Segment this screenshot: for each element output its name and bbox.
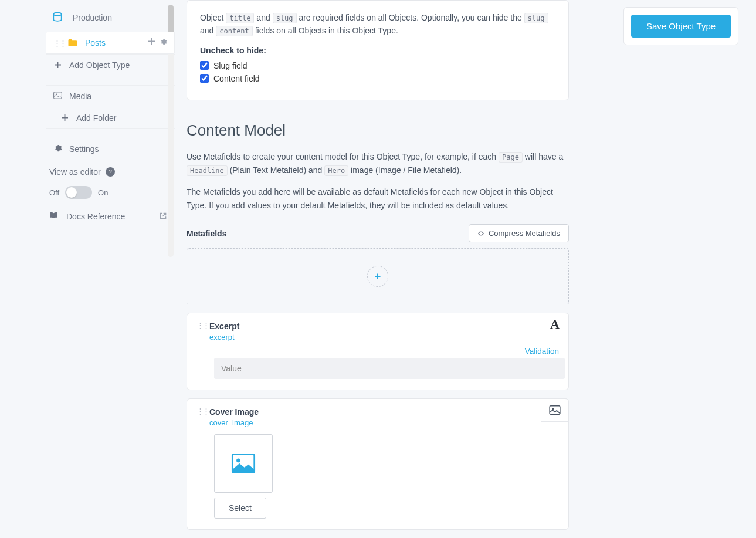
add-icon[interactable]	[148, 38, 155, 48]
metafield-slug: excerpt	[209, 333, 239, 341]
svg-rect-3	[550, 406, 560, 414]
sidebar-item-label: Posts	[85, 38, 106, 48]
code-slug-2: slug	[524, 13, 548, 23]
bucket-selector[interactable]: Production	[46, 6, 175, 32]
default-fields-card: Object title and slug are required field…	[187, 0, 569, 100]
sidebar-item-label: Add Folder	[76, 113, 116, 123]
save-card: Save Object Type	[623, 7, 738, 45]
code-title: title	[226, 13, 254, 23]
svg-point-6	[236, 459, 240, 463]
metafield-title: Excerpt	[209, 322, 239, 331]
slug-field-label: Slug field	[213, 61, 248, 70]
metafield-type-text-badge[interactable]: A	[541, 313, 569, 336]
add-metafield-button[interactable]: +	[367, 266, 388, 287]
content-field-checkbox[interactable]	[200, 74, 209, 83]
svg-point-4	[552, 408, 554, 410]
sidebar-item-settings[interactable]: Settings	[46, 138, 175, 160]
code-slug: slug	[273, 13, 297, 23]
plus-icon: +	[375, 270, 381, 283]
content-model-desc-1: Use Metafields to create your content mo…	[187, 150, 569, 177]
sidebar-item-label: Settings	[69, 144, 99, 154]
save-object-type-button[interactable]: Save Object Type	[631, 15, 731, 38]
view-as-editor-label: View as editor ?	[46, 160, 175, 180]
folder-icon	[67, 38, 78, 48]
drag-handle-icon[interactable]	[53, 41, 60, 45]
right-sidebar: Save Object Type	[623, 0, 756, 538]
code-hero: Hero	[324, 165, 348, 176]
content-model-desc-2: The Metafields you add here will be avai…	[187, 185, 569, 212]
sidebar-item-media[interactable]: Media	[46, 85, 175, 107]
external-link-icon	[160, 212, 167, 221]
sidebar-item-posts[interactable]: Posts	[46, 32, 175, 54]
drag-handle-icon[interactable]	[196, 409, 204, 413]
toggle-on-label: On	[98, 188, 108, 197]
metafields-label: Metafields	[187, 229, 226, 238]
plus-icon	[60, 114, 69, 123]
text-type-icon: A	[550, 317, 560, 332]
metafield-value-input[interactable]	[214, 358, 565, 379]
drag-handle-icon[interactable]	[196, 323, 204, 327]
metafield-type-image-badge[interactable]	[541, 398, 569, 422]
select-image-button[interactable]: Select	[214, 498, 266, 519]
bucket-name: Production	[73, 13, 112, 22]
compress-icon	[477, 230, 484, 237]
content-model-heading: Content Model	[187, 121, 569, 140]
add-metafield-dropzone[interactable]: +	[187, 248, 569, 304]
sidebar-add-object-type[interactable]: Add Object Type	[46, 54, 175, 76]
sidebar-item-label: Docs Reference	[66, 212, 125, 221]
image-type-icon	[549, 405, 561, 415]
svg-point-0	[53, 13, 61, 16]
view-as-editor-toggle-row: Off On	[46, 180, 175, 205]
help-icon[interactable]: ?	[106, 167, 115, 177]
plus-icon	[53, 61, 62, 70]
metafield-cover-image-card: Cover Image cover_image Select	[187, 398, 569, 530]
gear-icon	[53, 144, 62, 154]
svg-rect-1	[53, 92, 62, 99]
code-headline: Headline	[187, 165, 228, 176]
default-fields-description: Object title and slug are required field…	[200, 11, 555, 38]
metafield-slug: cover_image	[209, 418, 259, 427]
metafield-excerpt-card: A Excerpt excerpt Validation	[187, 313, 569, 390]
content-field-label: Content field	[213, 74, 260, 83]
toggle-off-label: Off	[49, 188, 59, 197]
sidebar-docs-reference[interactable]: Docs Reference	[46, 205, 175, 228]
bucket-icon	[52, 12, 63, 23]
toggle-knob	[66, 187, 77, 198]
svg-point-2	[55, 93, 57, 95]
image-placeholder[interactable]	[214, 434, 273, 493]
image-placeholder-icon	[231, 454, 256, 473]
view-as-editor-toggle[interactable]	[65, 186, 92, 199]
validation-link[interactable]: Validation	[525, 347, 559, 356]
book-icon	[49, 212, 58, 221]
uncheck-to-hide-label: Uncheck to hide:	[200, 46, 555, 55]
image-icon	[53, 92, 62, 101]
sidebar: Production Posts Add Object Type Media A…	[0, 0, 175, 538]
metafield-title: Cover Image	[209, 407, 259, 417]
code-content: content	[216, 26, 253, 36]
sidebar-item-label: Add Object Type	[69, 60, 130, 70]
gear-icon[interactable]	[160, 38, 167, 48]
code-page: Page	[499, 152, 523, 163]
compress-metafields-button[interactable]: Compress Metafields	[469, 224, 569, 242]
slug-field-checkbox[interactable]	[200, 61, 209, 70]
sidebar-add-folder[interactable]: Add Folder	[46, 107, 175, 128]
sidebar-item-label: Media	[69, 92, 91, 101]
main-content: Object title and slug are required field…	[175, 0, 623, 538]
